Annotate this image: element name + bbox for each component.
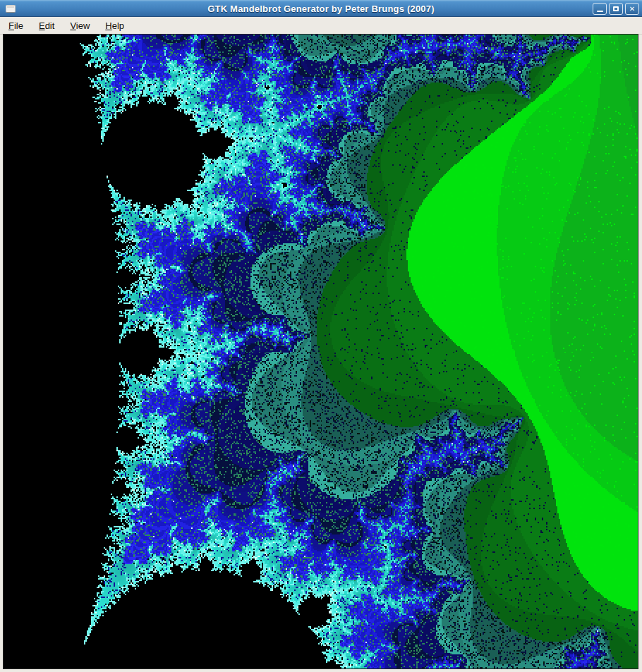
menubar: FileEditViewHelp — [0, 17, 642, 35]
menu-item-view[interactable]: View — [63, 18, 97, 33]
minimize-icon — [597, 11, 603, 12]
close-icon: ✕ — [629, 6, 635, 13]
mandelbrot-canvas[interactable] — [4, 35, 638, 668]
window-title: GTK Mandelbrot Generator by Peter Brungs… — [0, 4, 642, 14]
window-menu-icon[interactable] — [6, 5, 16, 13]
window-content — [0, 35, 642, 672]
minimize-button[interactable] — [593, 3, 607, 15]
menu-item-edit[interactable]: Edit — [32, 18, 61, 33]
close-button[interactable]: ✕ — [625, 3, 639, 15]
maximize-icon — [613, 6, 619, 11]
window-controls: ✕ — [590, 3, 639, 15]
titlebar[interactable]: GTK Mandelbrot Generator by Peter Brungs… — [0, 0, 642, 17]
menu-item-help[interactable]: Help — [98, 18, 131, 33]
maximize-button[interactable] — [609, 3, 623, 15]
app-window: GTK Mandelbrot Generator by Peter Brungs… — [0, 0, 642, 672]
menu-item-file[interactable]: File — [1, 18, 30, 33]
